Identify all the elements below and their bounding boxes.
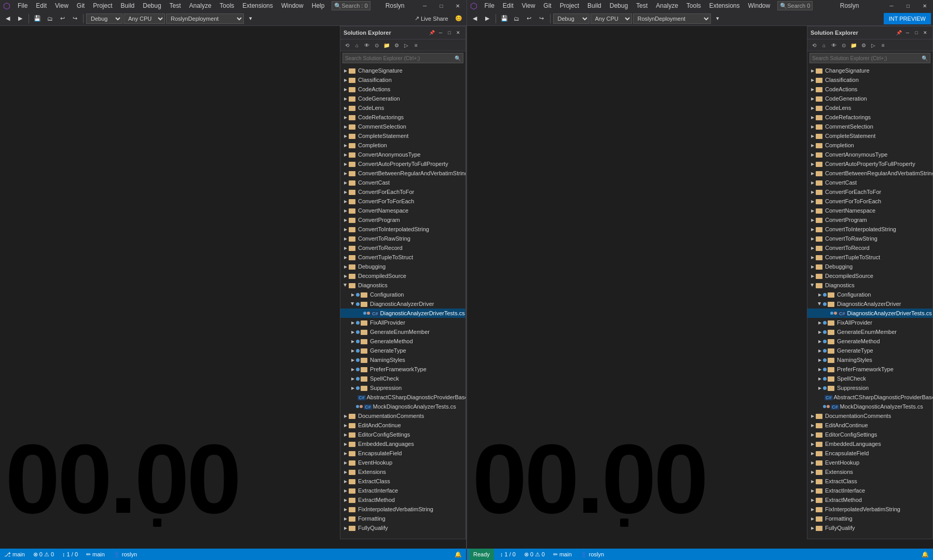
maximize-btn-left[interactable]: □ — [433, 0, 449, 11]
tree-item[interactable]: ▶ConvertToRecord — [807, 243, 932, 253]
tree-item[interactable]: ▶EditorConfigSettings — [807, 430, 932, 439]
tree-item[interactable]: ▶CodeRefactorings — [807, 113, 932, 122]
right-se-tb-show-all[interactable]: 👁 — [829, 40, 839, 50]
menu-file-left[interactable]: File — [13, 0, 32, 11]
tree-item[interactable]: ▶ConvertBetweenRegularAndVerbatimString — [340, 169, 465, 178]
tree-item[interactable]: ▶ExtractMethod — [807, 495, 932, 505]
tree-item[interactable]: ▶EditorConfigSettings — [340, 430, 465, 439]
tree-item[interactable]: ▶ConvertToRawString — [340, 234, 465, 243]
menu-edit-left[interactable]: Edit — [32, 0, 51, 11]
left-status-pencil[interactable]: ✏ main — [84, 549, 107, 560]
se-tb-preview[interactable]: ▷ — [402, 40, 411, 50]
tree-item[interactable]: ▶CommentSelection — [340, 122, 465, 131]
menu-extensions-left[interactable]: Extensions — [238, 0, 277, 11]
tree-item[interactable]: ▶CodeGeneration — [340, 94, 465, 103]
tree-item[interactable]: ▶FixInterpolatedVerbatimString — [807, 505, 932, 514]
tree-item[interactable]: ▶NamingStyles — [340, 355, 465, 365]
menu-view-right[interactable]: View — [518, 0, 540, 11]
tree-item[interactable]: ▶DecompiledSource — [340, 271, 465, 281]
tree-item[interactable]: ▶CodeLens — [807, 103, 932, 113]
menu-analyze-right[interactable]: Analyze — [652, 0, 682, 11]
tree-item[interactable]: ▶Completion — [340, 141, 465, 150]
left-status-errors[interactable]: ⊗ 0 ⚠ 0 — [31, 549, 56, 560]
menu-window-left[interactable]: Window — [277, 0, 308, 11]
right-status-pencil[interactable]: ✏ main — [551, 549, 574, 560]
debug-select-left[interactable]: Debug — [86, 13, 122, 24]
tree-item[interactable]: ▶CompleteStatement — [340, 131, 465, 141]
menu-debug-left[interactable]: Debug — [139, 0, 165, 11]
minimize-btn-right[interactable]: ─ — [883, 0, 900, 11]
right-se-tb-sync[interactable]: ⟲ — [809, 40, 819, 50]
left-se-search[interactable]: 🔍 — [342, 53, 463, 63]
menu-view-left[interactable]: View — [51, 0, 73, 11]
tree-item[interactable]: ▶ExtractClass — [340, 477, 465, 486]
tree-item[interactable]: ▶DiagnosticAnalyzerDriver — [340, 299, 465, 309]
tree-item[interactable]: ▶DocumentationComments — [340, 411, 465, 421]
tree-item[interactable]: ▶DiagnosticAnalyzerDriver — [807, 299, 932, 309]
tree-item[interactable]: ▶PreferFrameworkType — [807, 365, 932, 374]
tree-item[interactable]: ▶EmbeddedLanguages — [340, 439, 465, 449]
tree-item[interactable]: ▶FixInterpolatedVerbatimString — [340, 505, 465, 514]
tree-item[interactable]: ▶FullyQualify — [340, 523, 465, 533]
tree-item[interactable]: ▶ExtractClass — [807, 477, 932, 486]
tree-item[interactable]: ▶PreferFrameworkType — [340, 365, 465, 374]
tree-item[interactable]: ▶ConvertToInterpolatedString — [807, 225, 932, 234]
tree-item[interactable]: ▶GenerateType — [340, 346, 465, 355]
tb-undo-right[interactable]: ↩ — [524, 13, 535, 24]
tree-item[interactable]: ▶ConvertCast — [807, 178, 932, 187]
tree-item[interactable]: ▶ConvertToRawString — [807, 234, 932, 243]
right-se-search-input[interactable] — [812, 55, 922, 61]
tree-item[interactable]: C#DiagnosticAnalyzerDriverTests.cs — [340, 309, 465, 318]
menu-test-left[interactable]: Test — [166, 0, 185, 11]
tree-item[interactable]: ▶EventHookup — [807, 458, 932, 467]
se-tb-sync[interactable]: ⟲ — [342, 40, 352, 50]
tb-feedback-left[interactable]: 😊 — [453, 13, 464, 24]
platform-select-right[interactable]: Any CPU — [591, 13, 632, 24]
tree-item[interactable]: ▶ConvertCast — [340, 178, 465, 187]
tree-item[interactable]: ▶ConvertAutoPropertyToFullProperty — [340, 159, 465, 169]
tree-item[interactable]: ▶NamingStyles — [807, 355, 932, 365]
left-se-close[interactable]: ✕ — [454, 29, 462, 37]
left-se-tree[interactable]: ▶ChangeSignature▶Classification▶CodeActi… — [340, 65, 465, 539]
menu-help-left[interactable]: Help — [308, 0, 329, 11]
close-btn-right[interactable]: ✕ — [916, 0, 933, 11]
project-select-right[interactable]: RoslynDeployment — [633, 13, 711, 24]
right-se-tb-filter[interactable]: ⊙ — [839, 40, 848, 50]
tree-item[interactable]: ▶Formatting — [340, 514, 465, 523]
tree-item[interactable]: ▶ConvertForToForEach — [807, 197, 932, 206]
tb-redo-right[interactable]: ↪ — [536, 13, 547, 24]
right-se-tb-preview[interactable]: ▷ — [869, 40, 878, 50]
se-tb-more[interactable]: ≡ — [411, 40, 421, 50]
tree-item[interactable]: ▶GenerateEnumMember — [807, 327, 932, 337]
left-se-search-input[interactable] — [345, 55, 455, 61]
menu-build-left[interactable]: Build — [117, 0, 139, 11]
right-se-search[interactable]: 🔍 — [809, 53, 930, 63]
tree-item[interactable]: ▶CodeRefactorings — [340, 113, 465, 122]
tree-item[interactable]: ▶Formatting — [807, 514, 932, 523]
left-status-git[interactable]: ⎇ main — [2, 549, 27, 560]
project-select-left[interactable]: RoslynDeployment — [166, 13, 244, 24]
tree-item[interactable]: ▶Suppression — [340, 383, 465, 393]
tree-item[interactable]: ▶FixAllProvider — [340, 318, 465, 327]
right-status-linecol[interactable]: ↕ 1 / 0 — [498, 549, 518, 560]
int-preview-button[interactable]: INT PREVIEW — [884, 13, 931, 24]
toolbar-forward-left[interactable]: ▶ — [15, 13, 26, 24]
tree-item[interactable]: ▶Extensions — [807, 467, 932, 477]
tree-item[interactable]: ▶SpellCheck — [340, 374, 465, 383]
tree-item[interactable]: ▶ConvertProgram — [340, 215, 465, 225]
tree-item[interactable]: C#MockDiagnosticAnalyzerTests.cs — [807, 402, 932, 411]
right-se-tree[interactable]: ▶ChangeSignature▶Classification▶CodeActi… — [807, 65, 932, 539]
tree-item[interactable]: ▶CodeActions — [340, 85, 465, 94]
tree-item[interactable]: ▶EventHookup — [340, 458, 465, 467]
top-search-left[interactable]: 🔍 Search : 0 — [332, 1, 370, 10]
menu-edit-right[interactable]: Edit — [499, 0, 518, 11]
tree-item[interactable]: ▶Configuration — [807, 290, 932, 299]
right-status-notifications[interactable]: 🔔 — [920, 551, 931, 558]
tree-item[interactable]: ▶ConvertTupleToStruct — [807, 253, 932, 262]
left-se-pin[interactable]: 📌 — [428, 29, 436, 37]
tree-item[interactable]: ▶ConvertProgram — [807, 215, 932, 225]
tree-item[interactable]: ▶ChangeSignature — [807, 66, 932, 75]
tree-item[interactable]: ▶Completion — [807, 141, 932, 150]
tree-item[interactable]: ▶Debugging — [340, 262, 465, 271]
tree-item[interactable]: ▶Diagnostics — [807, 281, 932, 290]
